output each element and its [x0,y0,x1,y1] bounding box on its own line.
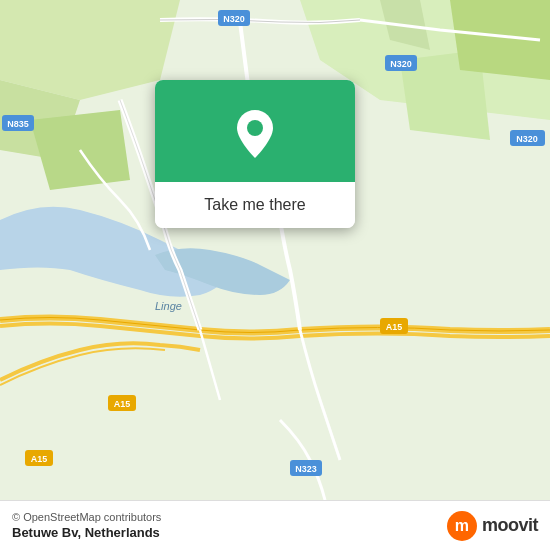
popup-header [155,80,355,182]
road-label-n835: N835 [7,119,29,129]
moovit-logo: m moovit [447,511,538,541]
map-svg: N320 N835 N320 N320 A15 A15 A15 N323 Lin… [0,0,550,500]
map-container: N320 N835 N320 N320 A15 A15 A15 N323 Lin… [0,0,550,500]
take-me-there-button[interactable]: Take me there [155,182,355,228]
svg-point-17 [247,120,263,136]
moovit-text: moovit [482,515,538,536]
attribution-text: © OpenStreetMap contributors [12,511,161,523]
road-label-n323: N323 [295,464,317,474]
place-label: Betuwe Bv, Netherlands [12,525,161,540]
popup-card: Take me there [155,80,355,228]
road-label-a15-center: A15 [386,322,403,332]
road-label-a15-bottom: A15 [31,454,48,464]
moovit-icon: m [447,511,477,541]
road-label-a15-left: A15 [114,399,131,409]
place-label-linge: Linge [155,300,182,312]
road-label-n320-top: N320 [223,14,245,24]
location-pin-icon [233,108,277,160]
road-label-n320-right: N320 [516,134,538,144]
bottom-bar: © OpenStreetMap contributors Betuwe Bv, … [0,500,550,550]
road-label-n320-mid: N320 [390,59,412,69]
